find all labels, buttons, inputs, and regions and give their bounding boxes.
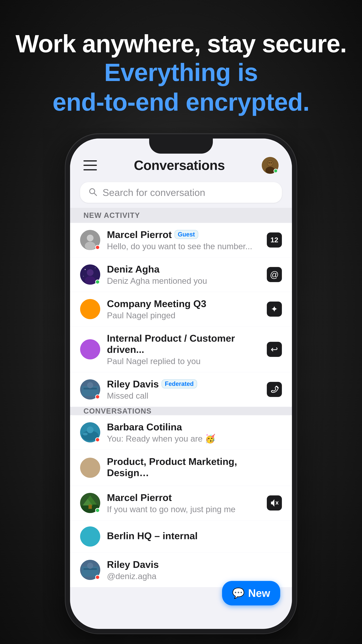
contact-name: Riley Davis [107,378,159,390]
action-badge: ✦ [267,302,282,317]
search-icon [88,188,97,197]
conv-content: Internal Product / Customer driven... Pa… [107,332,264,366]
federated-badge: Federated [162,379,197,388]
message-preview: Paul Nagel pinged [107,310,264,320]
list-item[interactable]: Internal Product / Customer driven... Pa… [70,326,292,372]
conversation-scroll-area: NEW ACTIVITY [70,208,292,629]
menu-line-3 [83,169,97,170]
name-row: Riley Davis Federated [107,378,264,390]
new-activity-list: Marcel Pierrot Guest Hello, do you want … [70,223,292,407]
list-item[interactable]: Marcel Pierrot Guest Hello, do you want … [70,223,292,258]
menu-line-2 [83,165,97,166]
ping-icon: ✦ [267,302,282,317]
name-row: Riley Davis [107,559,282,570]
svg-point-12 [87,269,93,276]
svg-rect-30 [88,505,92,509]
list-item[interactable]: Product, Product Marketing, Design… [70,450,292,486]
status-indicator [95,508,100,513]
message-preview: Paul Nagel replied to you [107,356,264,366]
action-badge: ↩ [267,342,282,357]
avatar [80,422,100,442]
new-conversation-fab[interactable]: 💬 New [222,581,280,606]
conv-content: Berlin HQ – internal [107,530,282,543]
list-item[interactable]: Riley Davis Federated Missed call [70,372,292,407]
name-row: Deniz Agha [107,264,264,275]
conversations-list: Barbara Cotilina You: Ready when you are… [70,415,292,587]
list-item[interactable]: Deniz Agha Deniz Agha mentioned you @ [70,258,292,292]
conv-content: Company Meeting Q3 Paul Nagel pinged [107,298,264,320]
conv-content: Riley Davis @deniz.agha [107,559,282,581]
user-avatar-container[interactable] [262,157,279,174]
avatar [80,264,100,284]
name-row: Marcel Pierrot Guest [107,229,264,240]
conv-content: Product, Product Marketing, Design… [107,456,282,480]
avatar-image [80,526,100,546]
search-input[interactable]: Search for conversation [103,187,205,198]
message-preview: Hello, do you want to see the number... [107,242,264,251]
svg-point-24 [87,426,93,433]
list-item[interactable]: Berlin HQ – internal [70,520,292,553]
phone-notch [149,138,213,154]
svg-point-20 [87,382,93,388]
action-badge: @ [267,267,282,282]
unread-count-badge: 12 [267,232,282,248]
list-item[interactable]: Marcel Pierrot If you want to go now, ju… [70,486,292,520]
action-badge: 12 [267,232,282,248]
missed-call-icon [267,382,282,397]
name-row: Berlin HQ – internal [107,530,282,541]
fab-chat-icon: 💬 [232,587,245,599]
conv-content: Marcel Pierrot Guest Hello, do you want … [107,229,264,251]
mute-icon [267,496,282,510]
contact-name: Internal Product / Customer driven... [107,332,261,355]
svg-point-14 [85,269,86,270]
svg-point-9 [87,234,93,241]
svg-point-36 [87,563,93,569]
menu-button[interactable] [83,160,97,170]
contact-name: Deniz Agha [107,264,160,275]
message-preview: If you want to go now, just ping me [107,504,264,514]
name-row: Marcel Pierrot [107,492,264,503]
status-indicator [95,575,100,580]
avatar [80,230,100,250]
status-indicator [95,438,100,442]
avatar [80,560,100,580]
search-bar[interactable]: Search for conversation [80,182,282,203]
contact-name: Barbara Cotilina [107,421,182,432]
conv-content: Barbara Cotilina You: Ready when you are… [107,421,282,444]
avatar [80,493,100,513]
avatar-image [80,458,100,478]
list-item[interactable]: Company Meeting Q3 Paul Nagel pinged ✦ [70,292,292,326]
conv-content: Deniz Agha Deniz Agha mentioned you [107,264,264,286]
fab-label: New [248,587,270,600]
avatar [80,299,100,319]
avatar-image [80,299,100,319]
status-indicator [95,280,100,284]
svg-point-15 [95,268,95,268]
avatar-image [80,339,100,360]
svg-point-5 [271,162,272,163]
status-indicator [95,394,100,399]
action-badge [267,496,282,510]
message-preview: @deniz.agha [107,572,282,581]
conversations-section-header: CONVERSATIONS [70,407,292,415]
contact-name: Berlin HQ – internal [107,530,198,541]
svg-point-4 [269,162,270,163]
header-section: Work anywhere, stay secure. Everything i… [15,30,347,117]
header-subtitle: Everything is end-to-end encrypted. [15,58,347,117]
fab-button[interactable]: 💬 New [222,581,280,606]
conv-content: Riley Davis Federated Missed call [107,378,264,401]
header-title: Work anywhere, stay secure. [15,30,347,58]
page-title: Conversations [134,158,225,173]
contact-name: Company Meeting Q3 [107,298,206,309]
list-item[interactable]: Barbara Cotilina You: Ready when you are… [70,415,292,450]
message-preview: Missed call [107,391,264,401]
app-content: Conversations [70,138,292,629]
svg-line-7 [94,193,96,196]
contact-name: Riley Davis [107,559,159,570]
online-status-dot [274,169,278,173]
conv-content: Marcel Pierrot If you want to go now, ju… [107,492,264,514]
reply-icon: ↩ [267,342,282,357]
name-row: Internal Product / Customer driven... [107,332,264,355]
action-badge [267,382,282,397]
svg-point-10 [85,242,95,250]
